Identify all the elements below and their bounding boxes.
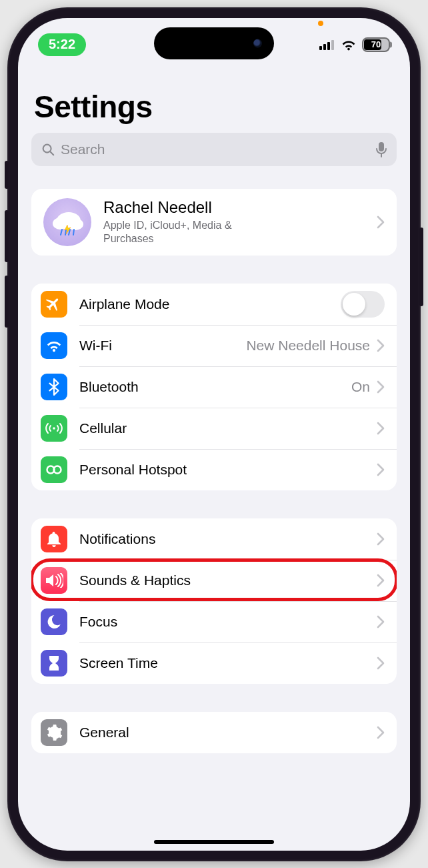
chevron-right-icon xyxy=(377,532,385,546)
svg-line-5 xyxy=(50,151,53,155)
hotspot-icon xyxy=(41,456,67,483)
profile-subtitle: Apple ID, iCloud+, Media & Purchases xyxy=(103,219,270,246)
avatar-cloud-icon xyxy=(50,207,85,237)
focus-row[interactable]: Focus xyxy=(31,601,397,642)
search-input[interactable] xyxy=(61,141,370,157)
sounds-haptics-row[interactable]: Sounds & Haptics xyxy=(31,560,397,601)
svg-rect-1 xyxy=(323,44,326,50)
chevron-right-icon xyxy=(377,726,385,739)
cellular-label: Cellular xyxy=(79,420,377,436)
volume-up-button xyxy=(5,210,9,262)
apple-id-row[interactable]: Rachel Needell Apple ID, iCloud+, Media … xyxy=(31,189,397,256)
cellular-row[interactable]: Cellular xyxy=(31,408,397,449)
mic-icon[interactable] xyxy=(375,141,387,157)
phone-frame: 5:22 70 Settings xyxy=(7,7,421,861)
search-icon xyxy=(41,142,55,157)
notifications-row[interactable]: Notifications xyxy=(31,518,397,560)
svg-point-12 xyxy=(53,427,55,430)
profile-name: Rachel Needell xyxy=(103,198,377,218)
notifications-label: Notifications xyxy=(79,531,377,547)
screen: 5:22 70 Settings xyxy=(18,18,410,851)
chevron-right-icon xyxy=(377,339,385,352)
bluetooth-value: On xyxy=(351,379,370,395)
dynamic-island xyxy=(154,27,274,59)
mute-switch xyxy=(5,161,9,189)
bluetooth-row[interactable]: Bluetooth On xyxy=(31,366,397,408)
airplane-toggle[interactable] xyxy=(341,291,385,318)
bluetooth-label: Bluetooth xyxy=(79,379,351,395)
sounds-icon xyxy=(41,567,67,594)
status-right: 70 xyxy=(319,37,390,52)
cellular-settings-icon xyxy=(41,415,67,442)
home-indicator[interactable] xyxy=(154,840,274,844)
svg-rect-3 xyxy=(331,40,334,50)
general-row[interactable]: General xyxy=(31,712,397,753)
page-title: Settings xyxy=(34,89,397,125)
chevron-right-icon xyxy=(377,574,385,587)
wifi-settings-icon xyxy=(41,332,67,359)
general-icon xyxy=(41,719,67,746)
status-time-pill[interactable]: 5:22 xyxy=(38,33,86,56)
bluetooth-icon xyxy=(41,374,67,400)
airplane-mode-row[interactable]: Airplane Mode xyxy=(31,284,397,325)
volume-down-button xyxy=(5,276,9,328)
airplane-mode-label: Airplane Mode xyxy=(79,296,341,312)
profile-group: Rachel Needell Apple ID, iCloud+, Media … xyxy=(31,189,397,256)
chevron-right-icon xyxy=(377,657,385,670)
sounds-label: Sounds & Haptics xyxy=(79,572,377,588)
chevron-right-icon xyxy=(377,215,385,229)
avatar xyxy=(43,198,91,246)
alerts-group: Notifications Sounds & Haptics Focus xyxy=(31,518,397,684)
notifications-icon xyxy=(41,526,67,552)
hotspot-label: Personal Hotspot xyxy=(79,462,377,478)
svg-rect-2 xyxy=(327,42,330,50)
wifi-row[interactable]: Wi-Fi New Needell House xyxy=(31,325,397,366)
wifi-label: Wi-Fi xyxy=(79,338,246,354)
camera-indicator-dot xyxy=(318,21,323,26)
wifi-icon xyxy=(341,39,357,51)
side-button xyxy=(419,228,423,306)
svg-point-9 xyxy=(53,218,67,230)
screen-time-icon xyxy=(41,650,67,677)
chevron-right-icon xyxy=(377,380,385,394)
hotspot-row[interactable]: Personal Hotspot xyxy=(31,449,397,490)
focus-label: Focus xyxy=(79,614,377,630)
svg-rect-6 xyxy=(379,142,384,151)
chevron-right-icon xyxy=(377,463,385,476)
wifi-value: New Needell House xyxy=(246,338,370,354)
airplane-icon xyxy=(41,291,67,318)
chevron-right-icon xyxy=(377,422,385,435)
chevron-right-icon xyxy=(377,615,385,628)
cellular-icon xyxy=(319,39,335,50)
general-group: General xyxy=(31,712,397,753)
screen-time-label: Screen Time xyxy=(79,655,377,671)
svg-rect-0 xyxy=(319,46,322,50)
screen-time-row[interactable]: Screen Time xyxy=(31,642,397,684)
connectivity-group: Airplane Mode Wi-Fi New Needell House Bl… xyxy=(31,284,397,490)
search-bar[interactable] xyxy=(31,133,397,166)
battery-percent: 70 xyxy=(363,39,389,51)
battery-icon: 70 xyxy=(362,37,390,52)
general-label: General xyxy=(79,725,377,741)
focus-icon xyxy=(41,608,67,635)
